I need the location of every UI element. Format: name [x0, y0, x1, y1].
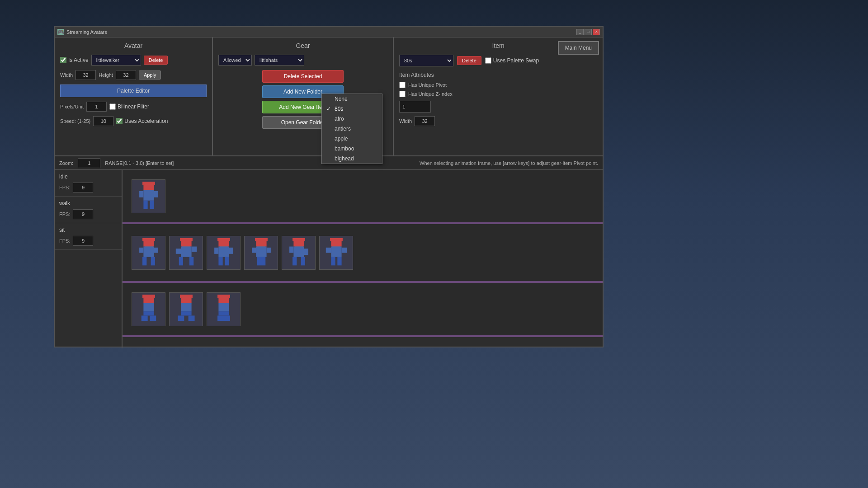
- svg-rect-16: [154, 247, 158, 253]
- svg-rect-31: [214, 247, 218, 253]
- svg-rect-3: [143, 184, 154, 190]
- svg-rect-44: [293, 246, 304, 257]
- dropdown-item-bighead[interactable]: bighead: [322, 154, 382, 164]
- walk-frame-6[interactable]: [319, 236, 353, 270]
- app-icon: 🎮: [57, 29, 64, 35]
- avatar-width-input[interactable]: [75, 70, 96, 80]
- walk-frames-row: [123, 224, 603, 283]
- sit-frame-2[interactable]: [169, 292, 203, 326]
- maximize-button[interactable]: □: [585, 29, 592, 35]
- svg-rect-65: [180, 295, 193, 298]
- svg-rect-13: [142, 257, 146, 265]
- zoom-input[interactable]: [78, 158, 100, 168]
- dropdown-item-bamboo[interactable]: bamboo: [322, 144, 382, 154]
- uses-accel-checkbox[interactable]: [116, 118, 123, 124]
- svg-rect-45: [292, 257, 297, 265]
- item-controls: 80s afro antlers Delete Uses Palette Swa…: [399, 55, 597, 66]
- speed-row: Speed: (1-25) Uses Acceleration: [60, 116, 207, 126]
- close-button[interactable]: ✕: [593, 29, 600, 35]
- dropdown-item-afro[interactable]: afro: [322, 114, 382, 124]
- svg-rect-72: [217, 295, 230, 298]
- sit-sprite-2: [175, 295, 198, 324]
- idle-frame-1[interactable]: [132, 179, 165, 213]
- svg-rect-18: [180, 238, 193, 241]
- svg-rect-66: [181, 297, 191, 303]
- sit-frame-1[interactable]: [132, 292, 165, 326]
- bilinear-checkbox[interactable]: [109, 103, 116, 110]
- item-width-input[interactable]: [415, 116, 435, 126]
- avatar-select[interactable]: littlewalker bigwalker: [91, 55, 141, 66]
- sit-frames-row: [123, 283, 603, 337]
- walk-frame-2[interactable]: [169, 236, 203, 270]
- svg-rect-70: [188, 315, 194, 321]
- has-unique-pivot-row: Has Unique Pivot: [399, 82, 597, 88]
- gear-folder-select[interactable]: littlehats bighats: [255, 55, 304, 66]
- walk-frame-3[interactable]: [207, 236, 241, 270]
- svg-rect-11: [143, 241, 154, 246]
- palette-editor-button[interactable]: Palette Editor: [60, 84, 207, 97]
- gear-status-select[interactable]: Allowed Blocked: [218, 55, 252, 66]
- walk-label: walk: [59, 200, 117, 206]
- sit-fps-input[interactable]: [73, 236, 93, 246]
- sit-sprite-3: [212, 295, 235, 324]
- svg-rect-67: [181, 303, 191, 311]
- uses-palette-label: Uses Palette Swap: [485, 57, 539, 64]
- item-num-input[interactable]: [399, 101, 431, 113]
- avatar-delete-button[interactable]: Delete: [144, 56, 168, 65]
- walk-fps-row: FPS:: [59, 209, 117, 219]
- walk-fps-input[interactable]: [73, 209, 93, 219]
- has-unique-pivot-checkbox[interactable]: [399, 82, 406, 88]
- dropdown-item-80s[interactable]: ✓ 80s: [322, 104, 382, 114]
- walk-sprite-4: [250, 238, 273, 267]
- svg-rect-39: [252, 247, 256, 253]
- gear-item-dropdown: None ✓ 80s afro antlers apple bamboo big…: [321, 94, 382, 164]
- sit-label: sit: [59, 227, 117, 233]
- dropdown-item-apple[interactable]: apple: [322, 134, 382, 144]
- speed-input[interactable]: [93, 116, 113, 126]
- apply-button[interactable]: Apply: [139, 70, 161, 80]
- avatar-section: Avatar Is Active littlewalker bigwalker …: [55, 38, 213, 155]
- svg-rect-32: [229, 247, 233, 253]
- svg-rect-12: [143, 246, 154, 257]
- svg-rect-19: [181, 241, 191, 246]
- svg-rect-50: [330, 238, 343, 241]
- item-select[interactable]: 80s afro antlers: [399, 55, 453, 66]
- svg-rect-53: [331, 257, 335, 265]
- walk-sprite-1: [137, 238, 160, 267]
- svg-rect-14: [151, 257, 155, 265]
- walk-frame-4[interactable]: [244, 236, 278, 270]
- svg-rect-58: [142, 295, 155, 298]
- svg-rect-27: [218, 241, 229, 246]
- sit-frame-3[interactable]: [207, 292, 241, 326]
- idle-fps-input[interactable]: [73, 183, 93, 192]
- walk-sprite-2: [175, 238, 198, 267]
- has-unique-zindex-checkbox[interactable]: [399, 91, 406, 97]
- dropdown-item-none[interactable]: None: [322, 94, 382, 104]
- svg-rect-28: [218, 246, 229, 257]
- is-active-label: Is Active: [60, 57, 89, 63]
- svg-rect-68: [181, 311, 191, 315]
- walk-frame-5[interactable]: [282, 236, 316, 270]
- item-delete-button[interactable]: Delete: [457, 56, 481, 65]
- walk-frame-1[interactable]: [132, 236, 165, 270]
- minimize-button[interactable]: _: [576, 29, 584, 35]
- svg-rect-51: [331, 241, 341, 246]
- avatar-height-input[interactable]: [116, 70, 136, 80]
- svg-rect-29: [218, 257, 222, 265]
- walk-sprite-6: [325, 238, 348, 267]
- svg-rect-34: [255, 238, 268, 241]
- svg-rect-35: [256, 241, 266, 246]
- delete-selected-button[interactable]: Delete Selected: [262, 70, 344, 83]
- is-active-checkbox[interactable]: [60, 57, 66, 63]
- svg-rect-77: [224, 315, 230, 321]
- pixels-unit-input[interactable]: [86, 102, 107, 112]
- svg-rect-20: [181, 246, 191, 257]
- item-section: Item 80s afro antlers Delete Uses Palett…: [394, 38, 603, 155]
- svg-rect-21: [179, 257, 183, 265]
- svg-rect-54: [337, 257, 341, 265]
- svg-rect-47: [289, 246, 293, 253]
- dropdown-item-antlers[interactable]: antlers: [322, 124, 382, 134]
- sit-sprite-1: [137, 295, 160, 324]
- uses-palette-checkbox[interactable]: [485, 57, 491, 64]
- svg-rect-6: [150, 200, 154, 209]
